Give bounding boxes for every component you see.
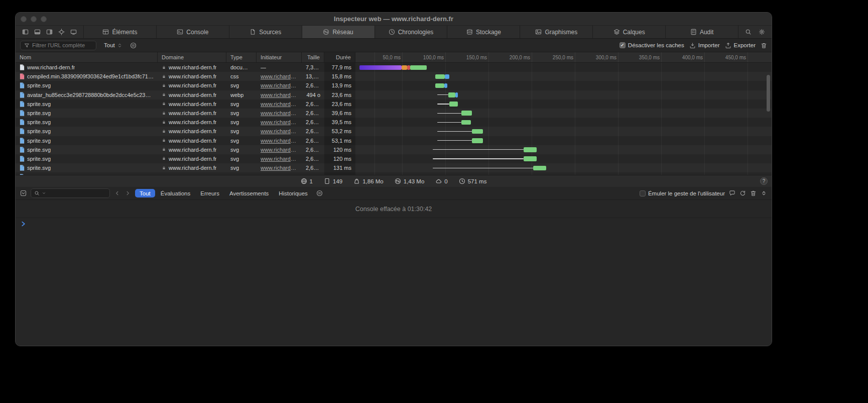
minimize-window-button[interactable]	[31, 16, 37, 22]
search-scope-chevron-icon	[42, 191, 46, 195]
waterfall-cell	[355, 127, 772, 136]
vertical-scrollbar[interactable]	[767, 75, 770, 112]
console-toolbar: ToutÉvaluationsErreursAvertissementsHist…	[16, 187, 772, 200]
resource-duration: 131 ms	[333, 165, 351, 171]
initiator-link[interactable]: www.richard-d…	[261, 138, 298, 144]
initiator-link[interactable]: www.richard-d…	[261, 82, 298, 88]
column-header-taille[interactable]: Taille	[302, 52, 324, 62]
initiator-link[interactable]: www.richard-d…	[261, 165, 298, 171]
disable-caches-checkbox[interactable]: ✓ Désactiver les caches	[619, 42, 684, 48]
console-filter-icon[interactable]	[20, 190, 27, 196]
tab-network[interactable]: Réseau	[302, 26, 375, 38]
column-header-nom[interactable]: Nom	[16, 52, 158, 62]
close-window-button[interactable]	[21, 16, 27, 22]
table-row[interactable]: sprite.svgwww.richard-dern.frsvgwww.rich…	[16, 154, 772, 163]
resource-name: sprite.svg	[27, 101, 51, 107]
search-icon[interactable]	[745, 29, 752, 35]
table-row[interactable]: sprite.svgwww.richard-dern.frsvgwww.rich…	[16, 99, 772, 109]
window-title: Inspecteur web — www.richard-dern.fr	[16, 15, 772, 23]
clear-network-trash-icon[interactable]	[761, 42, 767, 49]
resource-type: svg	[230, 128, 239, 134]
history-back-icon[interactable]	[114, 190, 120, 196]
help-button[interactable]: ?	[760, 177, 768, 185]
console-tab-historiques[interactable]: Historiques	[274, 189, 312, 197]
table-row[interactable]: sprite.svgwww.richard-dern.frsvgwww.rich…	[16, 109, 772, 118]
table-row[interactable]: www.richard-dern.frwww.richard-dern.frdo…	[16, 63, 772, 72]
resource-duration: 39,6 ms	[332, 110, 351, 116]
table-row[interactable]: sprite.svgwww.richard-dern.frsvgwww.rich…	[16, 127, 772, 136]
lock-icon	[162, 74, 166, 79]
console-tab-évaluations[interactable]: Évaluations	[156, 189, 195, 197]
import-button[interactable]: Importer	[689, 42, 720, 49]
table-row[interactable]: avatar_hu85ecc3e298728880b0bde2dcc4e5c23…	[16, 90, 772, 99]
emulate-user-gesture-checkbox[interactable]: Émuler le geste de l'utilisateur	[640, 190, 725, 196]
tab-storage[interactable]: Stockage	[447, 26, 520, 38]
table-row[interactable]: sprite.svgwww.richard-dern.frsvgwww.rich…	[16, 163, 772, 172]
dock-bottom-icon[interactable]	[34, 29, 41, 35]
initiator-link[interactable]: www.richard-d…	[261, 101, 298, 107]
clear-console-icon[interactable]	[739, 190, 746, 196]
element-picker-icon[interactable]	[58, 29, 65, 35]
console-search-icon	[34, 190, 40, 196]
initiator-link[interactable]: www.richard-d…	[261, 119, 298, 125]
export-button[interactable]: Exporter	[725, 42, 756, 49]
dock-left-icon[interactable]	[22, 29, 29, 35]
column-header-initiateur[interactable]: Initiateur	[257, 52, 302, 62]
initiator-link[interactable]: www.richard-d…	[261, 156, 298, 162]
initiator-link[interactable]: www.richard-d…	[261, 92, 298, 98]
console-cleared-message: Console effacée à 01:30:42	[16, 200, 772, 218]
status-value: 149	[333, 178, 342, 184]
console-tab-tout[interactable]: Tout	[135, 189, 155, 197]
table-row[interactable]: sprite.svgwww.richard-dern.frsvgwww.rich…	[16, 145, 772, 154]
column-header-durée[interactable]: Durée	[324, 52, 355, 62]
history-forward-icon[interactable]	[125, 190, 131, 196]
table-row[interactable]: sprite.svgwww.richard-dern.frsvgwww.rich…	[16, 136, 772, 145]
initiator-link[interactable]: www.richard-d…	[261, 128, 298, 134]
console-tab-avertissements[interactable]: Avertissements	[225, 189, 273, 197]
transfer-icon	[395, 178, 401, 184]
storage-icon	[466, 29, 473, 35]
resource-type-dropdown[interactable]: Tout	[101, 42, 125, 49]
expand-console-icon[interactable]	[761, 190, 767, 196]
console-trash-icon[interactable]	[750, 190, 757, 196]
filter-options-icon[interactable]	[130, 42, 137, 49]
waterfall-blue-segment	[455, 92, 458, 97]
tab-timelines[interactable]: Chronologies	[375, 26, 447, 38]
device-mode-icon[interactable]	[70, 29, 77, 35]
tab-console[interactable]: Console	[156, 26, 229, 38]
table-row[interactable]: compiled.min.38390909f303624ed9e1cf1bd3f…	[16, 72, 772, 81]
waterfall-latency-line	[437, 140, 472, 141]
resource-duration: 53,1 ms	[332, 138, 351, 144]
waterfall-green-segment	[435, 74, 445, 79]
tab-sources[interactable]: Sources	[229, 26, 302, 38]
filter-funnel-icon	[24, 43, 30, 48]
initiator-link[interactable]: www.richard-d…	[261, 73, 298, 79]
tab-layers[interactable]: Calques	[592, 26, 665, 38]
file-type-icon-css	[20, 73, 25, 79]
tab-elements[interactable]: Éléments	[83, 26, 156, 38]
tab-label: Chronologies	[398, 29, 434, 36]
initiator-link[interactable]: www.richard-d…	[261, 110, 298, 116]
tab-label: Éléments	[112, 29, 137, 36]
settings-gear-icon[interactable]	[759, 29, 765, 35]
tab-graphics[interactable]: Graphismes	[520, 26, 592, 38]
zoom-window-button[interactable]	[41, 16, 47, 22]
network-table: NomDomaineTypeInitiateurTailleDurée50,0 …	[16, 52, 772, 175]
console-options-icon[interactable]	[316, 190, 323, 196]
status-items: 11491,86 Mo1,43 Mo0571 ms	[301, 178, 487, 184]
dock-right-icon[interactable]	[46, 29, 53, 35]
inspector-tab-bar: ÉlémentsConsoleSourcesRéseauChronologies…	[16, 25, 772, 39]
column-header-type[interactable]: Type	[226, 52, 257, 62]
table-row[interactable]: sprite.svgwww.richard-dern.frsvgwww.rich…	[16, 81, 772, 90]
table-row[interactable]: sprite.svgwww.richard-dern.frsvgwww.rich…	[16, 118, 772, 127]
resource-size: 2,63 …	[306, 119, 320, 125]
console-tab-erreurs[interactable]: Erreurs	[196, 189, 224, 197]
initiator-link[interactable]: www.richard-d…	[261, 147, 298, 153]
console-prompt[interactable]	[16, 218, 772, 346]
tab-audit[interactable]: Audit	[665, 26, 738, 38]
console-search-input[interactable]	[31, 188, 110, 198]
column-header-domaine[interactable]: Domaine	[158, 52, 226, 62]
console-messages-icon[interactable]	[729, 190, 735, 196]
url-filter-input[interactable]: Filtrer l'URL complète	[20, 41, 96, 50]
file-type-icon-svg	[20, 82, 25, 88]
